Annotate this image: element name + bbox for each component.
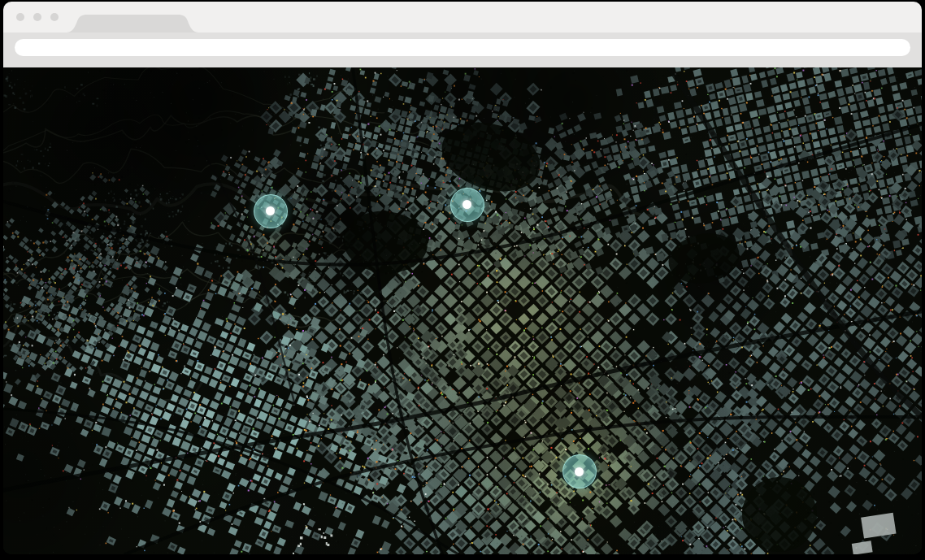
tab-shape <box>66 15 199 33</box>
window-controls <box>16 13 59 21</box>
window-control-dot[interactable] <box>16 13 24 21</box>
browser-tabbar <box>3 2 922 33</box>
location-marker[interactable] <box>562 454 597 488</box>
marker-center-dot <box>266 206 275 215</box>
map-canvas[interactable] <box>3 67 922 554</box>
marker-center-dot <box>575 467 584 476</box>
map-view <box>3 67 922 554</box>
address-bar[interactable] <box>15 39 910 56</box>
marker-center-dot <box>462 200 471 209</box>
location-marker[interactable] <box>450 188 484 222</box>
location-marker[interactable] <box>254 194 288 228</box>
window-control-dot[interactable] <box>33 13 41 21</box>
screenshot-stage <box>0 0 925 560</box>
browser-toolbar <box>3 33 922 67</box>
browser-tab[interactable] <box>66 15 199 33</box>
browser-window <box>3 2 922 554</box>
window-control-dot[interactable] <box>50 13 59 21</box>
